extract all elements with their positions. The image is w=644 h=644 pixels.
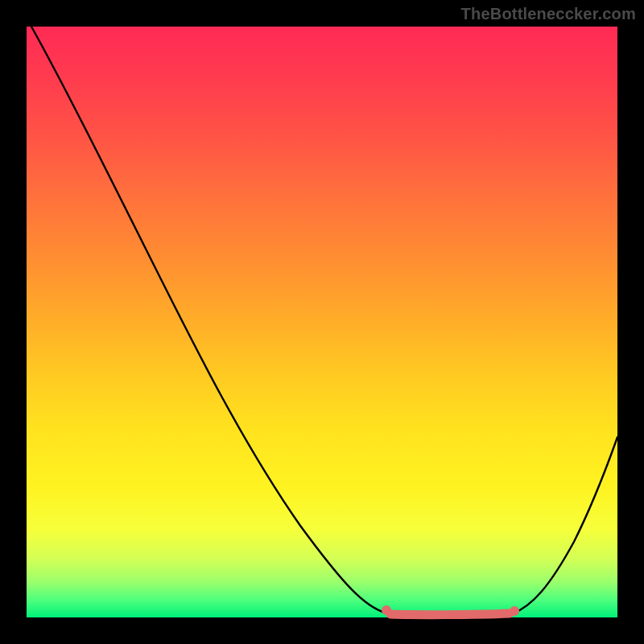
bottleneck-curve-path	[31, 27, 617, 615]
chart-frame: TheBottleneccker.com	[0, 0, 644, 644]
curve-svg	[27, 27, 617, 617]
plot-area	[27, 27, 617, 617]
flat-marker-dot-right	[510, 606, 519, 616]
flat-marker-line	[390, 613, 510, 615]
flat-marker-group	[382, 605, 519, 616]
watermark-text: TheBottleneccker.com	[461, 5, 636, 23]
